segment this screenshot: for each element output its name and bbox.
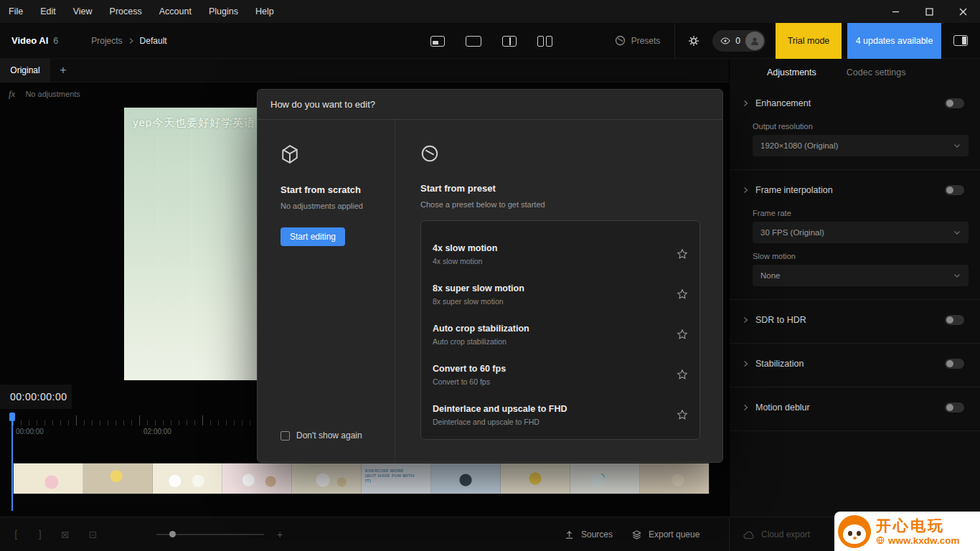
toggle-right-panel-icon[interactable] xyxy=(953,35,968,46)
frame-interpolation-toggle[interactable] xyxy=(945,185,964,195)
section-label: SDR to HDR xyxy=(755,315,806,325)
export-queue-button[interactable]: Export queue xyxy=(631,517,699,551)
menu-help[interactable]: Help xyxy=(247,0,283,23)
full-view-icon[interactable] xyxy=(466,36,481,47)
filmstrip-frame[interactable] xyxy=(14,463,83,494)
filmstrip-frame[interactable] xyxy=(83,463,153,494)
eye-icon xyxy=(720,37,730,44)
preset-item[interactable]: 4x slow motion 4x slow motion xyxy=(421,234,699,274)
filmstrip-frame[interactable] xyxy=(292,463,362,494)
menu-view[interactable]: View xyxy=(65,0,101,23)
presets-button[interactable]: Presets xyxy=(615,35,661,46)
menu-edit[interactable]: Edit xyxy=(32,0,65,23)
preset-item[interactable]: Auto crop stabilization Auto crop stabil… xyxy=(421,314,699,354)
breadcrumb-projects[interactable]: Projects xyxy=(91,36,122,46)
header-right-cluster: Presets 0 Trial mode 4 updates available xyxy=(615,23,980,58)
section-stabilization[interactable]: Stabilization xyxy=(730,354,980,374)
minimize-icon[interactable] xyxy=(879,0,913,23)
clip-tabbar: Original + xyxy=(0,59,729,83)
no-adjustments-label: No adjustments xyxy=(25,90,80,98)
filmstrip-frame[interactable] xyxy=(222,463,292,494)
star-icon[interactable] xyxy=(677,409,688,420)
filmstrip-frame[interactable] xyxy=(640,463,709,494)
chevron-right-icon xyxy=(743,187,749,194)
sdr-to-hdr-toggle[interactable] xyxy=(945,315,964,325)
scratch-subtitle: No adjustments applied xyxy=(281,202,395,210)
close-icon[interactable] xyxy=(946,0,980,23)
ruler-label-start: 00:00:00 xyxy=(16,428,44,435)
preset-item-subtitle: 8x super slow motion xyxy=(433,297,524,306)
account-pill[interactable]: 0 xyxy=(712,30,765,52)
single-view-icon[interactable] xyxy=(430,36,445,47)
menu-plugins[interactable]: Plugins xyxy=(200,0,247,23)
side-by-side-view-icon[interactable] xyxy=(537,36,552,47)
updates-button[interactable]: 4 updates available xyxy=(847,23,941,59)
trial-mode-button[interactable]: Trial mode xyxy=(776,23,842,59)
star-icon[interactable] xyxy=(677,248,688,260)
tab-adjustments[interactable]: Adjustments xyxy=(767,67,816,77)
zoom-in-icon[interactable]: + xyxy=(277,529,283,540)
start-editing-button[interactable]: Start editing xyxy=(281,227,345,246)
filmstrip-frame[interactable] xyxy=(570,463,640,494)
views-count: 0 xyxy=(735,36,740,46)
timecode-display: 00:00:00:00 xyxy=(0,385,72,409)
dont-show-checkbox[interactable] xyxy=(281,431,290,441)
slider-track[interactable] xyxy=(156,534,264,535)
filmstrip[interactable]: EXERCISE MORE (BUT HAVE FUN WITH IT) xyxy=(13,463,710,494)
settings-gear-icon[interactable] xyxy=(688,35,699,47)
tab-codec-settings[interactable]: Codec settings xyxy=(847,67,906,77)
preset-item[interactable]: Deinterlace and upscale to FHD Deinterla… xyxy=(421,395,699,435)
maximize-icon[interactable] xyxy=(913,0,946,23)
window-controls xyxy=(879,0,980,23)
app-title: Video AI xyxy=(11,35,48,46)
slow-motion-dropdown[interactable]: None xyxy=(753,265,969,286)
timeline-zoom-slider[interactable]: + xyxy=(156,517,283,551)
motion-deblur-toggle[interactable] xyxy=(945,402,964,413)
preset-list: 4x slow motion 4x slow motion 8x super s… xyxy=(420,220,700,440)
filmstrip-frame[interactable]: EXERCISE MORE (BUT HAVE FUN WITH IT) xyxy=(362,463,431,494)
edit-choice-dialog: How do you want to edit? Start from scra… xyxy=(257,89,723,463)
preset-title: Start from preset xyxy=(420,183,722,194)
cloud-export-button[interactable]: Cloud export xyxy=(743,517,810,551)
menu-file[interactable]: File xyxy=(0,0,32,23)
sidebar-tabs: Adjustments Codec settings xyxy=(730,59,980,85)
reset-marks-icon[interactable]: ⊡ xyxy=(89,529,98,540)
clear-marks-icon[interactable]: ⊠ xyxy=(61,529,70,540)
section-enhancement[interactable]: Enhancement xyxy=(730,93,980,113)
preset-item-title: Convert to 60 fps xyxy=(433,364,506,374)
filmstrip-frame[interactable] xyxy=(431,463,501,494)
section-label: Motion deblur xyxy=(755,402,810,413)
preset-item-subtitle: Convert to 60 fps xyxy=(433,377,506,386)
section-label: Frame interpolation xyxy=(755,185,833,195)
bottom-toolbar: [ ] ⊠ ⊡ + Sources Export queue Cloud exp… xyxy=(0,517,980,551)
filmstrip-frame[interactable] xyxy=(153,463,222,494)
frame-rate-dropdown[interactable]: 30 FPS (Original) xyxy=(753,222,969,243)
star-icon[interactable] xyxy=(677,369,688,380)
split-view-icon[interactable] xyxy=(502,36,517,47)
section-motion-deblur[interactable]: Motion deblur xyxy=(730,397,980,418)
slider-knob[interactable] xyxy=(169,531,176,537)
star-icon[interactable] xyxy=(677,329,688,340)
star-icon[interactable] xyxy=(677,288,688,300)
section-sdr-to-hdr[interactable]: SDR to HDR xyxy=(730,310,980,330)
tab-original[interactable]: Original xyxy=(0,59,50,82)
watermark-title: 开心电玩 xyxy=(876,517,960,534)
mark-in-icon[interactable]: [ xyxy=(14,529,18,540)
menu-account[interactable]: Account xyxy=(151,0,200,23)
chevron-down-icon xyxy=(953,143,961,149)
enhancement-toggle[interactable] xyxy=(945,98,964,108)
section-frame-interpolation[interactable]: Frame interpolation xyxy=(730,180,980,200)
menu-process[interactable]: Process xyxy=(101,0,151,23)
mark-out-icon[interactable]: ] xyxy=(37,529,41,540)
avatar[interactable] xyxy=(745,32,764,50)
filmstrip-frame[interactable] xyxy=(501,463,570,494)
preset-circle-icon xyxy=(420,144,722,163)
preset-item[interactable]: Convert to 60 fps Convert to 60 fps xyxy=(421,354,699,395)
add-tab-button[interactable]: + xyxy=(50,59,76,82)
output-resolution-dropdown[interactable]: 1920×1080 (Original) xyxy=(753,135,969,156)
sidebar-divider xyxy=(730,343,980,344)
sources-label: Sources xyxy=(581,529,613,540)
preset-item[interactable]: 8x super slow motion 8x super slow motio… xyxy=(421,274,699,314)
sources-button[interactable]: Sources xyxy=(564,517,613,551)
stabilization-toggle[interactable] xyxy=(945,359,964,369)
